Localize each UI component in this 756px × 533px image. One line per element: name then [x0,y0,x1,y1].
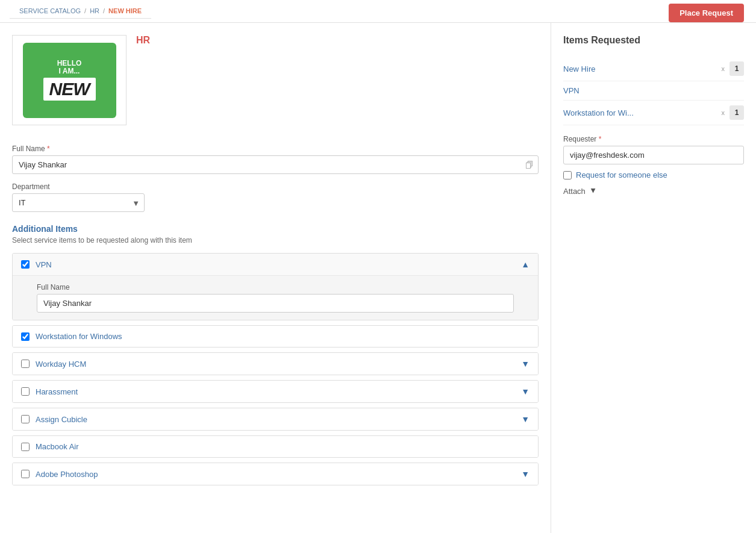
adobe-photoshop-label: Adobe Photoshop [36,470,521,479]
accordion-workstation-windows-header[interactable]: Workstation for Windows [13,326,538,347]
items-requested-title: Items Requested [563,35,744,46]
additional-items-desc: Select service items to be requested alo… [12,236,539,245]
requested-item-new-hire-name: New Hire [563,64,722,73]
accordion-adobe-photoshop: Adobe Photoshop ▼ [12,463,539,485]
accordion-workday-hcm-header[interactable]: Workday HCM ▼ [13,353,538,375]
hello-new-text: NEW [43,78,96,101]
item-image: HELLO I AM... NEW [12,35,127,125]
assign-cubicle-checkbox[interactable] [21,415,30,423]
full-name-label: Full Name * [12,145,539,153]
accordion-workstation-windows: Workstation for Windows [12,325,539,348]
requested-item-workstation: Workstation for Wi... x 1 [563,101,744,125]
workstation-windows-checkbox[interactable] [21,332,30,341]
accordion-harassment: Harassment ▼ [12,380,539,403]
top-bar: SERVICE CATALOG / HR / NEW HIRE Place Re… [0,0,756,23]
requested-item-new-hire-qty: 1 [729,61,744,76]
main-layout: HELLO I AM... NEW HR Full Name * 🗍 Depar… [0,23,756,533]
department-select-wrap: IT HR Finance Marketing Engineering ▼ [12,193,145,212]
vpn-checkbox[interactable] [21,260,30,269]
breadcrumb-hr[interactable]: HR [90,7,99,14]
requester-input[interactable] [563,146,744,164]
vpn-fullname-label: Full Name [37,283,514,291]
requested-item-new-hire: New Hire x 1 [563,57,744,81]
left-panel: HELLO I AM... NEW HR Full Name * 🗍 Depar… [0,23,551,533]
assign-cubicle-chevron-icon: ▼ [521,414,530,424]
accordion-vpn-header[interactable]: VPN ▲ [13,254,538,275]
requested-item-vpn-name: VPN [563,86,744,95]
breadcrumb-current: NEW HIRE [108,7,142,14]
harassment-chevron-icon: ▼ [521,387,530,396]
requested-item-workstation-name: Workstation for Wi... [563,108,722,117]
attach-label: Attach [563,187,586,196]
vpn-chevron-icon: ▲ [521,260,530,269]
required-star: * [47,145,50,153]
requested-item-workstation-remove[interactable]: x [722,109,725,116]
requested-item-vpn: VPN [563,81,744,101]
right-panel: Items Requested New Hire x 1 VPN Worksta… [551,23,756,533]
accordion-assign-cubicle-header[interactable]: Assign Cubicle ▼ [13,408,538,430]
full-name-wrap: 🗍 [12,155,539,174]
additional-items-title: Additional Items [12,224,539,234]
vpn-fullname-input[interactable] [37,294,514,313]
place-request-button[interactable]: Place Request [669,4,744,22]
category-label: HR [136,35,150,46]
macbook-air-checkbox[interactable] [21,443,30,451]
vpn-label: VPN [36,260,521,269]
accordion-workday-hcm: Workday HCM ▼ [12,352,539,375]
accordion-vpn: VPN ▲ Full Name [12,253,539,320]
workday-hcm-chevron-icon: ▼ [521,359,530,369]
accordion-adobe-photoshop-header[interactable]: Adobe Photoshop ▼ [13,463,538,485]
accordion-macbook-air-header[interactable]: Macbook Air [13,436,538,457]
department-label: Department [12,182,539,191]
vpn-body: Full Name [13,275,538,320]
workday-hcm-label: Workday HCM [36,360,521,369]
accordion-assign-cubicle: Assign Cubicle ▼ [12,408,539,431]
harassment-checkbox[interactable] [21,387,30,396]
full-name-input[interactable] [12,155,539,174]
requested-item-new-hire-remove[interactable]: x [722,65,725,72]
assign-cubicle-label: Assign Cubicle [36,415,521,424]
accordion-macbook-air: Macbook Air [12,435,539,458]
request-for-someone-checkbox[interactable] [563,171,572,179]
request-for-someone-row: Request for someone else [563,170,744,179]
breadcrumb-service-catalog[interactable]: SERVICE CATALOG [19,7,81,14]
breadcrumb-sep2: / [103,7,105,14]
workstation-windows-label: Workstation for Windows [36,332,530,341]
breadcrumb: SERVICE CATALOG / HR / NEW HIRE [10,4,151,19]
macbook-air-label: Macbook Air [36,442,530,451]
attach-row: Attach ▲ [563,187,744,196]
workday-hcm-checkbox[interactable] [21,360,30,368]
hello-badge: HELLO I AM... NEW [23,43,116,118]
accordion-harassment-header[interactable]: Harassment ▼ [13,381,538,402]
harassment-label: Harassment [36,387,521,396]
hello-top-text: HELLO I AM... [57,60,82,75]
adobe-photoshop-checkbox[interactable] [21,470,30,478]
requested-item-workstation-qty: 1 [729,105,744,120]
adobe-photoshop-chevron-icon: ▼ [521,469,530,479]
department-select[interactable]: IT HR Finance Marketing Engineering [12,193,145,212]
upload-icon[interactable]: ▲ [589,187,597,196]
hero-section: HELLO I AM... NEW HR [12,35,539,132]
requester-label: Requester * [563,135,744,143]
request-for-someone-label[interactable]: Request for someone else [576,170,667,179]
breadcrumb-sep1: / [84,7,86,14]
calendar-icon: 🗍 [525,160,534,170]
requester-required-star: * [599,135,602,143]
